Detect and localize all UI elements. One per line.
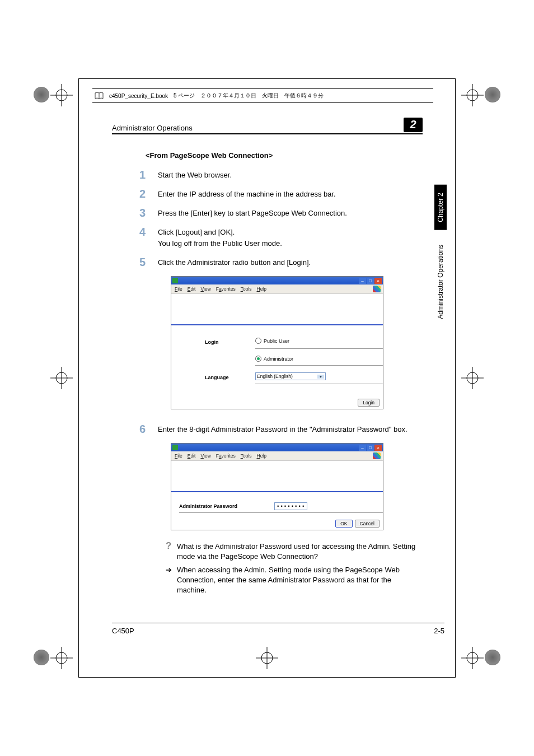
print-header-strip: c450P_security_E.book 5 ページ ２００７年４月１０日 火…	[92, 88, 433, 103]
subheading: <From PageScope Web Connection>	[146, 151, 423, 160]
corner-dot	[485, 87, 500, 102]
step-text: Enter the 8-digit Administrator Password…	[158, 424, 423, 435]
step-number: 6	[112, 424, 158, 434]
step-number: 3	[112, 208, 158, 218]
radio-administrator-label: Administrator	[264, 356, 293, 362]
step-text: Press the [Enter] key to start PageScope…	[158, 208, 423, 219]
menu-favorites[interactable]: Favorites	[216, 453, 236, 459]
step-text: Start the Web browser.	[158, 170, 423, 181]
header-time: 午後６時４９分	[284, 92, 324, 100]
menu-help[interactable]: Help	[257, 453, 266, 459]
step-text: Enter the IP address of the machine in t…	[158, 189, 423, 200]
browser-menubar: File Edit View Favorites Tools Help	[171, 284, 383, 294]
header-filename: c450P_security_E.book	[109, 93, 168, 99]
language-select[interactable]: English (English) ▼	[255, 372, 326, 380]
book-icon	[95, 92, 104, 100]
step-number: 2	[112, 189, 158, 199]
page-footer: C450P 2-5	[112, 623, 444, 635]
corner-dot	[34, 87, 49, 102]
close-icon[interactable]: ×	[374, 278, 382, 284]
registration-mark	[50, 84, 73, 106]
browser-menubar: File Edit View Favorites Tools Help	[171, 451, 383, 461]
browser-screenshot-password: – □ × File Edit View Favorites Tools Hel…	[171, 443, 383, 530]
corner-dot	[34, 650, 49, 665]
step-text: Click [Logout] and [OK].	[158, 227, 423, 238]
menu-edit[interactable]: Edit	[188, 286, 196, 292]
question-icon: ?	[166, 542, 177, 550]
maximize-icon[interactable]: □	[367, 445, 374, 451]
menu-tools[interactable]: Tools	[241, 453, 252, 459]
window-titlebar: – □ ×	[171, 444, 383, 451]
step-number: 5	[112, 257, 158, 267]
menu-view[interactable]: View	[200, 453, 210, 459]
registration-mark	[461, 647, 484, 669]
radio-public-user[interactable]: Public User	[255, 338, 289, 344]
ie-logo-icon	[373, 286, 381, 292]
section-header: Administrator Operations 2	[112, 118, 423, 134]
qa-block: ? What is the Administrator Password use…	[166, 542, 423, 595]
step-2: 2 Enter the IP address of the machine in…	[112, 189, 423, 200]
step-number: 4	[112, 227, 158, 237]
cancel-button[interactable]: Cancel	[355, 520, 380, 528]
registration-mark	[50, 367, 73, 389]
chevron-down-icon: ▼	[317, 375, 324, 379]
menu-edit[interactable]: Edit	[188, 453, 196, 459]
side-tab: Chapter 2 Administrator Operations	[434, 185, 447, 329]
header-weekday: 火曜日	[262, 92, 279, 100]
step-text-2: You log off from the Public User mode.	[158, 238, 423, 249]
registration-mark	[461, 84, 484, 106]
maximize-icon[interactable]: □	[367, 278, 374, 284]
ok-button[interactable]: OK	[335, 520, 352, 528]
close-icon[interactable]: ×	[374, 445, 382, 451]
radio-administrator[interactable]: Administrator	[255, 356, 293, 362]
step-3: 3 Press the [Enter] key to start PageSco…	[112, 208, 423, 219]
footer-model: C450P	[112, 627, 134, 635]
browser-screenshot-login: – □ × File Edit View Favorites Tools Hel…	[171, 276, 383, 409]
header-page: 5 ページ	[174, 92, 195, 100]
step-text: Click the Administrator radio button and…	[158, 257, 423, 268]
qa-answer: When accessing the Admin. Setting mode u…	[177, 565, 423, 595]
section-title: Administrator Operations	[112, 124, 404, 132]
footer-page: 2-5	[434, 627, 444, 635]
admin-password-label: Administrator Password	[179, 503, 274, 509]
ie-logo-icon	[373, 452, 381, 459]
corner-dot	[485, 650, 500, 665]
side-chapter: Chapter 2	[434, 185, 447, 230]
qa-question: What is the Administrator Password used …	[177, 542, 423, 562]
registration-mark	[461, 367, 484, 389]
step-5: 5 Click the Administrator radio button a…	[112, 257, 423, 268]
header-date: ２００７年４月１０日	[200, 92, 256, 100]
page-banner	[171, 462, 383, 492]
step-1: 1 Start the Web browser.	[112, 170, 423, 181]
registration-mark	[50, 647, 73, 669]
login-label: Login	[205, 339, 255, 345]
minimize-icon[interactable]: –	[359, 445, 366, 451]
step-4: 4 Click [Logout] and [OK]. You log off f…	[112, 227, 423, 249]
menu-tools[interactable]: Tools	[241, 286, 252, 292]
minimize-icon[interactable]: –	[359, 278, 366, 284]
page-banner	[171, 295, 383, 325]
radio-public-user-label: Public User	[264, 338, 289, 344]
step-number: 1	[112, 170, 158, 180]
section-number: 2	[404, 118, 423, 132]
window-titlebar: – □ ×	[171, 277, 383, 284]
menu-favorites[interactable]: Favorites	[216, 286, 236, 292]
menu-file[interactable]: File	[175, 286, 182, 292]
language-value: English (English)	[257, 374, 293, 379]
arrow-right-icon: ➔	[166, 565, 177, 575]
language-label: Language	[205, 375, 255, 380]
admin-password-input[interactable]: ••••••••	[274, 502, 307, 510]
side-label: Administrator Operations	[435, 237, 446, 327]
login-button[interactable]: Login	[358, 399, 380, 407]
app-icon	[172, 445, 178, 450]
step-6: 6 Enter the 8-digit Administrator Passwo…	[112, 424, 423, 435]
app-icon	[172, 278, 178, 283]
menu-help[interactable]: Help	[257, 286, 266, 292]
menu-view[interactable]: View	[200, 286, 210, 292]
menu-file[interactable]: File	[175, 453, 182, 459]
